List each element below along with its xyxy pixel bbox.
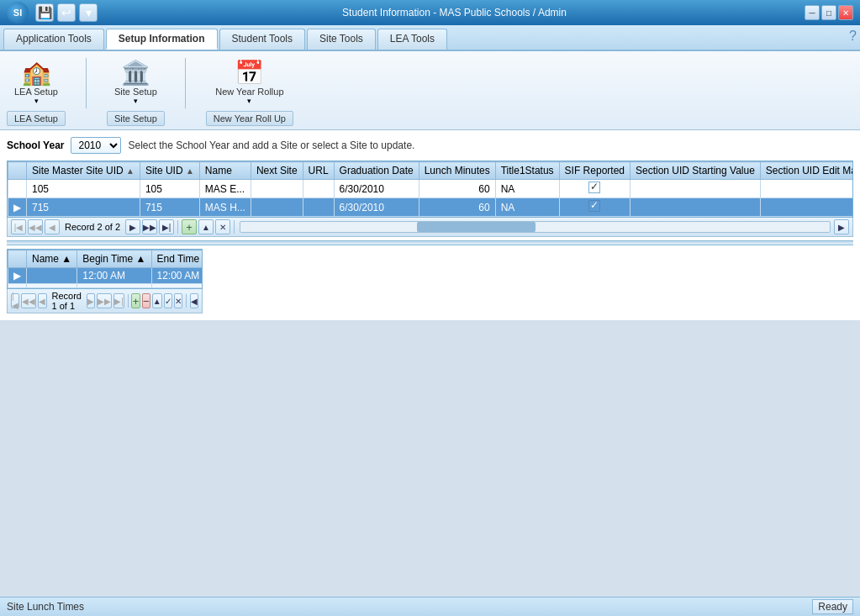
help-icon[interactable]: ?: [849, 29, 857, 50]
status-bar: Site Lunch Times Ready: [0, 597, 860, 616]
cell-sif-reported[interactable]: [559, 180, 630, 198]
minimize-button[interactable]: ─: [805, 5, 820, 20]
col-grad-date[interactable]: Graduation Date: [334, 162, 419, 180]
site-setup-icon: 🏛️: [121, 59, 150, 87]
cell-site-uid: 715: [140, 198, 199, 217]
nav-last-button[interactable]: ▶|: [159, 219, 174, 234]
undo-button[interactable]: ↩: [57, 3, 76, 22]
table-row[interactable]: ▶ 715 715 MAS H... 6/30/2010 60 NA B: [8, 198, 854, 217]
lunch-col-begin[interactable]: Begin Time ▲: [77, 250, 151, 268]
lunch-nav-prev-all[interactable]: ◀◀: [21, 293, 36, 308]
lunch-nav-next-all[interactable]: ▶▶: [97, 293, 112, 308]
school-year-select[interactable]: 2010: [71, 137, 121, 154]
lunch-table-row[interactable]: ▶ 12:00 AM 12:00 AM: [8, 268, 203, 284]
lea-setup-button[interactable]: 🏫 LEA Setup ▾: [7, 55, 66, 109]
main-table-container: Site Master Site UID ▲ Site UID ▲ Name N…: [7, 161, 853, 218]
lunch-nav-check[interactable]: ✓: [164, 293, 172, 308]
status-right-text: Ready: [812, 599, 853, 614]
col-sec-uid-start[interactable]: Section UID Starting Value: [630, 162, 760, 180]
col-site-master-uid[interactable]: Site Master Site UID ▲: [27, 162, 140, 180]
lunch-col-end[interactable]: End Time: [151, 250, 203, 268]
lunch-table: Name ▲ Begin Time ▲ End Time ▶ 12:00 AM …: [8, 250, 203, 288]
lunch-nav-scroll-left[interactable]: ◀: [190, 293, 198, 308]
cell-url: [303, 198, 334, 217]
new-year-rollup-group: 📅 New Year Rollup ▾ New Year Roll Up: [206, 55, 293, 126]
tab-lea-tools[interactable]: LEA Tools: [377, 29, 447, 50]
nav-first-button[interactable]: |◀: [11, 219, 26, 234]
col-sif-reported[interactable]: SIF Reported: [559, 162, 630, 180]
sif-reported-checkbox[interactable]: [588, 200, 600, 212]
cell-sec-uid-start: [630, 180, 760, 198]
lunch-cell-name: [27, 284, 77, 288]
tab-student-tools[interactable]: Student Tools: [219, 29, 306, 50]
ribbon-divider-2: [185, 58, 186, 108]
main-scrollbar[interactable]: [240, 221, 831, 233]
lunch-nav-add[interactable]: +: [131, 293, 140, 308]
new-year-rollup-sub-button[interactable]: New Year Roll Up: [206, 111, 293, 126]
lea-setup-icon: 🏫: [22, 59, 51, 87]
lunch-cell-name: [27, 268, 77, 284]
nav-cancel-button[interactable]: ✕: [215, 219, 230, 234]
col-url[interactable]: URL: [303, 162, 334, 180]
nav-separator-1: [177, 220, 178, 234]
col-site-uid[interactable]: Site UID ▲: [140, 162, 199, 180]
lunch-nav-save[interactable]: ▲: [152, 293, 162, 308]
col-lunch-min[interactable]: Lunch Minutes: [419, 162, 495, 180]
cell-next-site: [251, 198, 303, 217]
col-sec-uid-mask[interactable]: Section UID Edit Mask: [760, 162, 853, 180]
nav-scroll-right[interactable]: ▶: [834, 219, 849, 234]
tab-site-tools[interactable]: Site Tools: [307, 29, 376, 50]
save-button[interactable]: 💾: [35, 3, 54, 22]
sif-reported-checkbox[interactable]: [588, 182, 600, 193]
lunch-nav-sep2: [186, 294, 187, 308]
col-next-site[interactable]: Next Site: [251, 162, 303, 180]
nav-next-button[interactable]: ▶: [125, 219, 140, 234]
nav-save-button[interactable]: ▲: [198, 219, 214, 234]
maximize-button[interactable]: □: [821, 5, 836, 20]
nav-record-text: Record 2 of 2: [65, 222, 120, 232]
lunch-nav-del[interactable]: −: [142, 293, 150, 308]
cell-site-master-uid: 105: [27, 180, 140, 198]
lea-setup-sub-button[interactable]: LEA Setup: [7, 111, 66, 126]
site-setup-sub-button[interactable]: Site Setup: [107, 111, 165, 126]
lunch-nav-bar: |◀ ◀◀ ◀ Record 1 of 1 ▶ ▶▶ ▶| + − ▲ ✓ ✕ …: [7, 289, 203, 313]
tab-setup-information[interactable]: Setup Information: [106, 29, 218, 50]
dropdown-button[interactable]: ▾: [79, 3, 98, 22]
site-setup-button[interactable]: 🏛️ Site Setup ▾: [107, 55, 165, 109]
lunch-nav-next[interactable]: ▶: [87, 293, 95, 308]
nav-prev-all-button[interactable]: ◀◀: [28, 219, 43, 234]
site-setup-group: 🏛️ Site Setup ▾ Site Setup: [107, 55, 165, 126]
lunch-nav-prev[interactable]: ◀: [38, 293, 46, 308]
lunch-row-indicator: [8, 284, 27, 288]
col-title1[interactable]: Title1Status: [495, 162, 559, 180]
cell-next-site: [251, 180, 303, 198]
tab-application-tools[interactable]: Application Tools: [3, 29, 104, 50]
close-button[interactable]: ✕: [838, 5, 853, 20]
cell-site-uid: 105: [140, 180, 199, 198]
lunch-nav-sep1: [128, 294, 129, 308]
new-year-rollup-label: New Year Rollup: [215, 87, 283, 97]
lunch-table-row[interactable]: [8, 284, 203, 288]
lunch-nav-first[interactable]: |◀: [11, 293, 19, 308]
nav-separator-2: [234, 220, 235, 234]
main-tabs: Application Tools Setup Information Stud…: [0, 25, 860, 51]
cell-sif-reported[interactable]: [559, 198, 630, 217]
lunch-cell-begin: 12:00 AM: [77, 268, 151, 284]
nav-prev-button[interactable]: ◀: [45, 219, 60, 234]
table-row[interactable]: 105 105 MAS E... 6/30/2010 60 NA B: [8, 180, 854, 198]
lunch-cell-end: [151, 284, 203, 288]
nav-add-button[interactable]: +: [182, 219, 197, 234]
cell-site-master-uid: 715: [27, 198, 140, 217]
nav-next-all-button[interactable]: ▶▶: [142, 219, 157, 234]
scrollbar-thumb: [417, 222, 535, 232]
lunch-nav-cancel[interactable]: ✕: [174, 293, 182, 308]
new-year-rollup-button[interactable]: 📅 New Year Rollup ▾: [208, 55, 291, 109]
row-indicator: [8, 180, 27, 198]
school-year-hint: Select the School Year and add a Site or…: [128, 140, 414, 151]
lunch-col-name[interactable]: Name ▲: [27, 250, 77, 268]
ribbon: 🏫 LEA Setup ▾ LEA Setup 🏛️ Site Setup ▾ …: [0, 51, 860, 130]
col-name[interactable]: Name: [199, 162, 251, 180]
lunch-nav-last[interactable]: ▶|: [113, 293, 124, 308]
lunch-nav-record: Record 1 of 1: [52, 291, 82, 311]
status-left-text: Site Lunch Times: [7, 601, 812, 613]
